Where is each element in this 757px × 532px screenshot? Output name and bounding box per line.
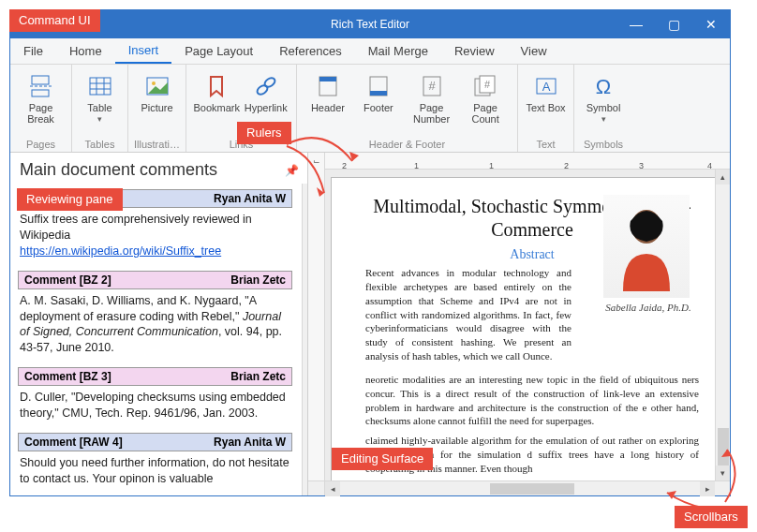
tab-references[interactable]: References (266, 38, 354, 64)
symbol-icon: Ω (589, 72, 617, 100)
document-viewport[interactable]: Sabella Jaida, Ph.D. Multimodal, Stochas… (325, 170, 715, 480)
arrow-icon (281, 140, 356, 206)
review-scrollbar[interactable] (302, 184, 307, 495)
window-controls: — ▢ ✕ (617, 10, 730, 38)
comment-header[interactable]: Comment [BZ 2] Brian Zetc (18, 271, 292, 289)
comment-body: A. M. Sasaki, D. Williams, and K. Nygaar… (18, 289, 292, 362)
hyperlink-icon (252, 72, 280, 100)
svg-rect-3 (90, 78, 111, 95)
close-button[interactable]: ✕ (692, 10, 730, 38)
reviewing-pane-header: Main document comments 📌 (10, 153, 307, 184)
svg-point-10 (256, 83, 269, 96)
maximize-button[interactable]: ▢ (655, 10, 692, 38)
portrait-caption: Sabella Jaida, Ph.D. (603, 302, 693, 314)
svg-text:Ω: Ω (596, 75, 611, 98)
tab-review[interactable]: Review (441, 38, 508, 64)
scroll-up-button[interactable]: ▴ (716, 170, 730, 185)
ribbon-group-symbols: Ω Symbol ▾ Symbols (574, 65, 632, 152)
tab-page-layout[interactable]: Page Layout (171, 38, 266, 64)
reviewing-pane-title: Main document comments (20, 160, 285, 180)
comment-body: Suffix trees are comprehensively reviewe… (18, 208, 292, 265)
portrait-image (603, 195, 690, 298)
picture-icon (143, 72, 171, 100)
svg-text:A: A (542, 80, 550, 94)
callout-rulers: Rulers (237, 122, 291, 144)
minimize-button[interactable]: — (617, 10, 655, 38)
ribbon-group-pages: Page Break Pages (10, 65, 72, 152)
vertical-scrollbar[interactable]: ▴ ▾ (715, 170, 730, 480)
footer-icon (364, 72, 393, 100)
callout-scrollbars: Scrollbars (675, 506, 748, 528)
bookmark-button[interactable]: Bookmark (192, 68, 242, 113)
callout-command-ui: Command UI (9, 9, 100, 32)
tab-mail-merge[interactable]: Mail Merge (355, 38, 441, 64)
reviewing-pane-body[interactable]: Comment [RAW 1] Ryan Anita W Suffix tree… (10, 184, 307, 495)
tab-home[interactable]: Home (56, 38, 115, 64)
page-break-button[interactable]: Page Break (16, 68, 66, 125)
menubar: File Home Insert Page Layout References … (10, 38, 730, 65)
portrait-figure: Sabella Jaida, Ph.D. (603, 195, 693, 314)
callout-reviewing-pane: Reviewing pane (17, 188, 123, 211)
tab-insert[interactable]: Insert (115, 38, 172, 64)
comment-header[interactable]: Comment [RAW 4] Ryan Anita W (18, 433, 292, 451)
chevron-down-icon: ▾ (601, 114, 606, 124)
window-title: Rich Text Editor (331, 18, 409, 31)
svg-rect-0 (32, 76, 49, 84)
tab-file[interactable]: File (10, 38, 56, 64)
table-button[interactable]: Table ▾ (78, 68, 122, 124)
vertical-ruler[interactable] (308, 170, 325, 480)
comment-header[interactable]: Comment [BZ 3] Brian Zetc (18, 367, 292, 386)
svg-text:#: # (484, 79, 491, 90)
comment-body: Should you need further information, do … (18, 451, 292, 493)
table-icon (86, 72, 114, 100)
svg-point-9 (152, 81, 156, 85)
page-break-icon (27, 72, 55, 100)
callout-editing-surface: Editing Surface (332, 448, 433, 470)
chevron-down-icon: ▾ (97, 114, 102, 124)
document-page[interactable]: Sabella Jaida, Ph.D. Multimodal, Stochas… (331, 177, 715, 480)
svg-rect-15 (370, 91, 387, 96)
page-number-icon: # (418, 72, 446, 100)
ribbon-group-tables: Table ▾ Tables (72, 65, 128, 152)
footer-button[interactable]: Footer (353, 68, 404, 113)
hyperlink-button[interactable]: Hyperlink (242, 68, 291, 113)
app-window: Rich Text Editor — ▢ ✕ File Home Insert … (9, 9, 731, 496)
bookmark-icon (202, 72, 230, 100)
abstract-text: Recent advances in modular technology an… (365, 266, 571, 363)
header-icon (314, 72, 342, 100)
ribbon-group-text: A Text Box Text (518, 65, 574, 152)
text-box-icon: A (532, 72, 560, 100)
text-box-button[interactable]: A Text Box (524, 68, 568, 113)
page-count-button[interactable]: # Page Count (459, 68, 512, 125)
editing-area: ⌙ 2 1 1 2 3 4 (308, 153, 730, 495)
scroll-left-button[interactable]: ◂ (325, 481, 340, 496)
tab-view[interactable]: View (508, 38, 560, 64)
svg-text:#: # (428, 79, 436, 93)
ribbon-group-illustrations: Picture Illustratio... (128, 65, 186, 152)
comment-body: D. Culler, "Developing checksums using e… (18, 386, 292, 427)
titlebar: Rich Text Editor — ▢ ✕ (10, 10, 730, 38)
page-number-button[interactable]: # Page Number (404, 68, 459, 125)
page-count-icon: # (471, 72, 499, 100)
header-button[interactable]: Header (303, 68, 353, 113)
scroll-thumb[interactable] (490, 483, 574, 495)
comment-link[interactable]: https://en.wikipedia.org/wiki/Suffix_tre… (20, 244, 221, 258)
svg-rect-1 (32, 90, 49, 96)
symbol-button[interactable]: Ω Symbol ▾ (580, 68, 627, 124)
svg-point-11 (263, 76, 276, 88)
svg-rect-13 (319, 77, 336, 81)
picture-button[interactable]: Picture (134, 68, 180, 113)
body-paragraph: neoretic modalities are an interesting n… (365, 373, 699, 428)
